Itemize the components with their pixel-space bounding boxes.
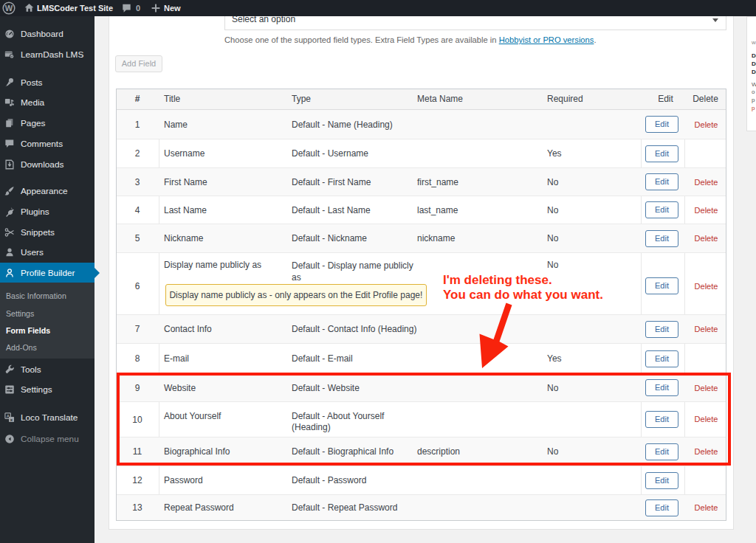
svg-text:W: W (5, 4, 13, 13)
